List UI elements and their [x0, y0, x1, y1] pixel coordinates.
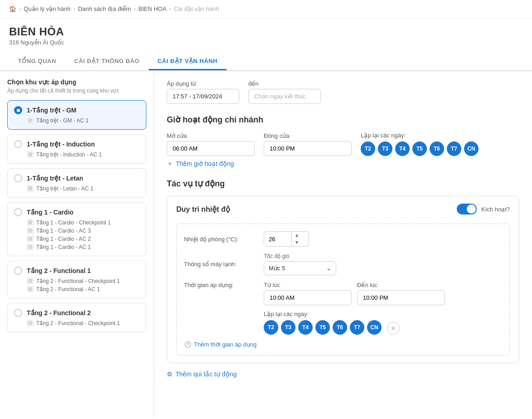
- ac-icon: ⊟: [27, 235, 34, 242]
- wind-row: Thông số máy lạnh: Tốc độ gió Mức 5 ⌄: [184, 253, 502, 275]
- ac-item: ⊟ Tầng 1 - Cardio - AC 1: [27, 244, 140, 250]
- sidebar-title: Chọn khu vực áp dụng: [7, 78, 146, 86]
- add-task-button[interactable]: ⚙ Thêm qui tắc tự động: [167, 370, 519, 378]
- task-day-badge-t7[interactable]: T7: [350, 320, 364, 335]
- main-content: Áp dụng từ 17:57 - 17/09/2024 đến Chọn n…: [154, 71, 532, 418]
- wind-select[interactable]: Mức 5 ⌄: [264, 261, 336, 275]
- ac-icon: ⊟: [27, 227, 34, 234]
- day-badge-t3[interactable]: T3: [378, 141, 392, 156]
- day-badges-task: T2T3T4T5T6T7CN: [264, 320, 382, 335]
- ac-item: ⊟ Tầng 2 - Functional - Checkpoint 1: [27, 278, 140, 284]
- main-layout: Chọn khu vực áp dụng Áp dụng cho tất cả …: [0, 71, 532, 418]
- add-hours-button[interactable]: ＋ Thêm giờ hoạt động: [167, 160, 519, 168]
- temp-down-arrow[interactable]: ▼: [292, 239, 302, 246]
- task-day-badge-t6[interactable]: T6: [333, 320, 347, 335]
- zone-item-letan[interactable]: 1-Tầng trệt - Letan ⊟ Tầng trệt - Letan …: [7, 168, 146, 198]
- to-time-input[interactable]: [357, 290, 445, 305]
- zone-item-functional2[interactable]: Tầng 2 - Functional 2 ⊟ Tầng 2 - Functio…: [7, 303, 146, 332]
- temp-input[interactable]: [264, 233, 291, 246]
- zone-item-induction[interactable]: 1-Tầng trệt - Induction ⊟ Tầng trệt - In…: [7, 134, 146, 164]
- radio-induction[interactable]: [14, 140, 22, 148]
- activate-toggle[interactable]: [457, 204, 477, 214]
- ac-list-functional2: ⊟ Tầng 2 - Functional - Checkpoint 1: [14, 320, 140, 326]
- task-day-badge-t5[interactable]: T5: [315, 320, 330, 335]
- ac-item: ⊟ Tầng trệt - GM - AC 1: [27, 117, 140, 124]
- zone-name-functional2: Tầng 2 - Functional 2: [27, 309, 91, 317]
- ac-item: ⊟ Tầng 1 - Cardio - AC 2: [27, 235, 140, 242]
- date-from-group: Áp dụng từ 17:57 - 17/09/2024: [167, 80, 239, 104]
- tab-notifications[interactable]: CÀI ĐẶT THÔNG BÁO: [65, 53, 149, 70]
- temp-label: Nhiệt độ phòng (°C):: [184, 236, 256, 243]
- wind-sublabel: Tốc độ gió: [264, 253, 336, 259]
- tab-overview[interactable]: TỔNG QUAN: [9, 53, 65, 70]
- ac-icon: ⊟: [27, 286, 34, 292]
- date-to-group: đến Chọn ngày kết thúc: [248, 80, 321, 104]
- add-time-button[interactable]: 🕐 Thêm thời gian áp dụng: [184, 341, 502, 348]
- date-from-input[interactable]: 17:57 - 17/09/2024: [167, 89, 239, 104]
- radio-gm[interactable]: [14, 106, 22, 114]
- ac-icon: ⊟: [27, 117, 34, 124]
- breadcrumb-operations[interactable]: Quản lý vận hành: [24, 5, 70, 12]
- date-to-input[interactable]: Chọn ngày kết thúc: [248, 89, 321, 104]
- tab-operations[interactable]: CÀI ĐẶT VẬN HÀNH: [149, 53, 227, 70]
- breadcrumb-locations[interactable]: Danh sách địa điểm: [78, 5, 131, 12]
- radio-letan[interactable]: [14, 174, 22, 182]
- to-time-group: Đến lúc: [357, 282, 445, 305]
- ac-item: ⊟ Tầng 2 - Functional - AC 1: [27, 286, 140, 292]
- ac-icon: ⊟: [27, 151, 34, 158]
- time-apply-label: Thời gian áp dụng:: [184, 282, 256, 288]
- zone-item-gm[interactable]: 1-Tầng trệt - GM ⊟ Tầng trệt - GM - AC 1: [7, 100, 146, 130]
- zone-name-letan: 1-Tầng trệt - Letan: [27, 175, 83, 182]
- task-day-badge-t3[interactable]: T3: [281, 320, 295, 335]
- task-day-badge-cn[interactable]: CN: [367, 320, 382, 335]
- repeat-label: Lặp lại các ngày:: [361, 132, 479, 139]
- task-day-badge-t4[interactable]: T4: [298, 320, 313, 335]
- zone-name-cardio: Tầng 1 - Cardio: [27, 209, 73, 216]
- repeat-section: Lặp lại các ngày: T2T3T4T5T6T7CN: [361, 132, 479, 156]
- ac-list-letan: ⊟ Tầng trệt - Letan - AC 1: [14, 185, 140, 192]
- from-time-input[interactable]: [264, 290, 352, 305]
- temp-up-arrow[interactable]: ▲: [292, 232, 302, 239]
- from-label: Từ lúc: [264, 282, 352, 288]
- to-label: Đến lúc: [357, 282, 445, 288]
- radio-cardio[interactable]: [14, 208, 22, 216]
- radio-functional1[interactable]: [14, 267, 22, 275]
- ac-item: ⊟ Tầng 2 - Functional - Checkpoint 1: [27, 320, 140, 326]
- open-time-input[interactable]: [167, 141, 255, 156]
- from-time-group: Từ lúc: [264, 282, 352, 305]
- settings-icon: ⚙: [167, 370, 173, 378]
- delete-time-button[interactable]: ✕: [387, 322, 400, 335]
- day-badge-t6[interactable]: T6: [430, 141, 444, 156]
- page-header: BIÊN HÒA 316 Nguyễn Ái Quốc: [0, 18, 532, 46]
- task-settings-box: Nhiệt độ phòng (°C): ▲ ▼ Thông số máy lạ…: [176, 224, 510, 356]
- params-label: Thông số máy lạnh:: [184, 261, 256, 268]
- task-day-badge-t2[interactable]: T2: [264, 320, 278, 335]
- zone-item-cardio[interactable]: Tầng 1 - Cardio ⊟ Tầng 1 - Cardio - Chec…: [7, 202, 146, 256]
- zone-name-functional1: Tầng 2 - Functional 1: [27, 267, 91, 274]
- breadcrumb-bienhoa[interactable]: BIEN HOA: [138, 5, 166, 12]
- clock-icon: 🕐: [184, 341, 191, 348]
- ac-item: ⊟ Tầng 1 - Cardio - Checkpoint 1: [27, 219, 140, 226]
- zone-sidebar: Chọn khu vực áp dụng Áp dụng cho tất cả …: [0, 71, 154, 418]
- temp-input-group: ▲ ▼: [264, 231, 309, 247]
- task-section-title: Tác vụ tự động: [167, 179, 519, 189]
- day-badge-t2[interactable]: T2: [361, 141, 375, 156]
- day-badge-t5[interactable]: T5: [412, 141, 427, 156]
- radio-functional2[interactable]: [14, 309, 22, 317]
- ac-item: ⊟ Tầng trệt - Letan - AC 1: [27, 185, 140, 192]
- wind-value: Mức 5: [269, 265, 285, 272]
- close-time-input[interactable]: [264, 141, 352, 156]
- day-badge-cn[interactable]: CN: [464, 141, 479, 156]
- ac-list-induction: ⊟ Tầng trệt - Induction - AC 1: [14, 151, 140, 158]
- day-badge-t7[interactable]: T7: [447, 141, 461, 156]
- home-icon[interactable]: 🏠: [9, 5, 16, 12]
- ac-item: ⊟ Tầng 1 - Cardio - AC 3: [27, 227, 140, 234]
- sidebar-subtitle: Áp dụng cho tất cả thiết bị trong cùng k…: [7, 88, 146, 94]
- date-from-label: Áp dụng từ: [167, 80, 239, 87]
- zone-item-functional1[interactable]: Tầng 2 - Functional 1 ⊟ Tầng 2 - Functio…: [7, 261, 146, 298]
- ac-icon: ⊟: [27, 185, 34, 192]
- time-apply-row: Thời gian áp dụng: Từ lúc Đến lúc Lặp lạ…: [184, 282, 502, 335]
- task-card-title: Duy trì nhiệt độ: [176, 205, 230, 214]
- repeat-inline: Lặp lại các ngày: T2T3T4T5T6T7CN: [264, 311, 382, 335]
- day-badge-t4[interactable]: T4: [395, 141, 410, 156]
